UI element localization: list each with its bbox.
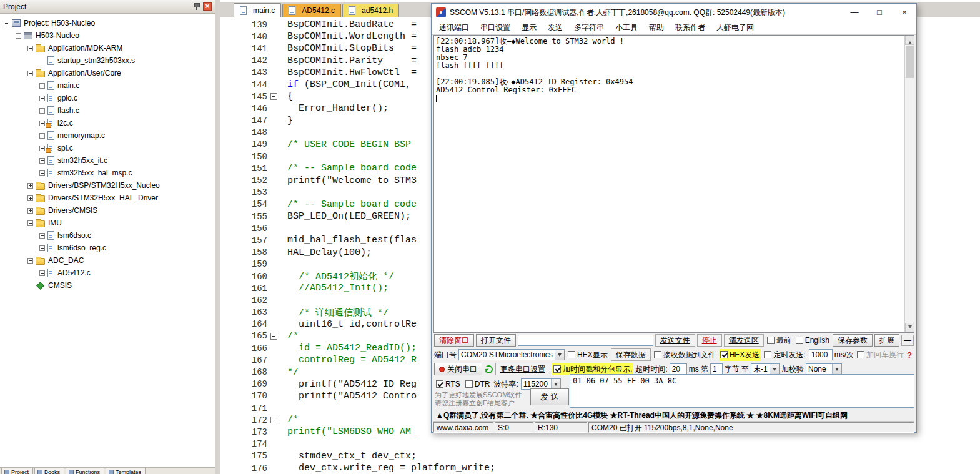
- fold-toggle-icon[interactable]: [270, 333, 277, 340]
- tree-item-spi-c[interactable]: spi.c: [0, 142, 215, 154]
- tree-expander-icon[interactable]: [27, 71, 33, 76]
- website-link[interactable]: www.daxia.com: [433, 422, 493, 433]
- code-line-text[interactable]: uint16_t id,controlRe: [280, 319, 417, 330]
- tree-item-stm32h5xx-it-c[interactable]: stm32h5xx_it.c: [0, 154, 215, 167]
- panel-tab-project[interactable]: Project: [1, 468, 33, 474]
- tree-item-flash-c[interactable]: flash.c: [0, 104, 215, 117]
- help-icon[interactable]: ?: [907, 350, 912, 360]
- terminal-output[interactable]: [22:00:18.967]收←◆Welcome to STM32 world …: [433, 35, 914, 333]
- stop-button[interactable]: 停止: [697, 334, 722, 347]
- menu-multi-string[interactable]: 多字符串: [568, 22, 610, 33]
- rts-checkbox[interactable]: RTS: [435, 379, 462, 389]
- timed-send-checkbox[interactable]: 定时发送:: [763, 349, 806, 361]
- code-line-text[interactable]: /* AD5412初始化 */: [280, 270, 394, 282]
- tree-expander-icon[interactable]: [39, 121, 45, 126]
- menu-help[interactable]: 帮助: [643, 22, 670, 33]
- panel-splitter[interactable]: [215, 0, 220, 474]
- tree-item-lsm6dso-c[interactable]: lsm6dso.c: [0, 229, 215, 242]
- scroll-thumb[interactable]: [906, 46, 914, 78]
- timestamp-split-checkbox[interactable]: 加时间戳和分包显示,: [552, 363, 633, 375]
- tree-item-i2c-c[interactable]: i2c.c: [0, 117, 215, 129]
- editor-tab-ad5412-h[interactable]: ad5412.h: [342, 4, 399, 17]
- tree-item-gpio-c[interactable]: gpio.c: [0, 92, 215, 104]
- scroll-up-icon[interactable]: [905, 36, 914, 45]
- timeout-input[interactable]: [670, 363, 687, 375]
- clear-send-button[interactable]: 清发送区: [724, 334, 764, 347]
- code-line-text[interactable]: /* -- Sample board code: [280, 199, 417, 210]
- clear-window-button[interactable]: 清除窗口: [434, 334, 474, 347]
- minimize-icon[interactable]: —: [844, 5, 865, 20]
- code-line-text[interactable]: printf("AD5412 ID Reg: [280, 379, 417, 390]
- tree-item-cmsis[interactable]: CMSIS: [0, 279, 215, 292]
- tree-item-adc-dac[interactable]: ADC_DAC: [0, 254, 215, 267]
- promo-banner[interactable]: ▲Q群满员了,没有第二个群. ★合宙高性价比4G模块 ★RT-Thread中国人…: [433, 408, 914, 421]
- collapse-panel-icon[interactable]: —: [901, 335, 914, 346]
- tree-item-memorymap-c[interactable]: memorymap.c: [0, 129, 215, 142]
- code-line-text[interactable]: controlReg = AD5412_R: [280, 355, 417, 365]
- close-icon[interactable]: ×: [894, 5, 915, 20]
- code-line-text[interactable]: BspCOMInit.WordLength =: [280, 31, 417, 42]
- tree-item-imu[interactable]: IMU: [0, 217, 215, 229]
- tree-expander-icon[interactable]: [39, 146, 45, 151]
- code-line-text[interactable]: HAL_Delay(100);: [280, 247, 372, 258]
- tree-expander-icon[interactable]: [39, 108, 45, 114]
- checksum-select[interactable]: None: [806, 363, 842, 375]
- save-data-button[interactable]: 保存数据: [611, 348, 651, 361]
- tree-item-main-c[interactable]: main.c: [0, 79, 215, 92]
- english-checkbox[interactable]: English: [794, 335, 831, 345]
- tree-expander-icon[interactable]: [16, 33, 21, 39]
- sscom-titlebar[interactable]: SSCOM V5.13.1 串口/网络数据调试器,作者:大虾丁丁,2618058…: [432, 4, 916, 21]
- fold-toggle-icon[interactable]: [270, 93, 277, 100]
- code-line-text[interactable]: }: [280, 116, 293, 126]
- tree-item-h503-nucleo[interactable]: H503-Nucleo: [0, 29, 215, 42]
- tree-expander-icon[interactable]: [39, 158, 45, 164]
- dtr-checkbox[interactable]: DTR: [464, 379, 492, 389]
- code-line-text[interactable]: {: [280, 91, 293, 102]
- tree-item-drivers-bsp-stm32h5xx-nucleo[interactable]: Drivers/BSP/STM32H5xx_Nucleo: [0, 179, 215, 192]
- panel-tab-functions[interactable]: Functions: [66, 468, 104, 474]
- tree-expander-icon[interactable]: [27, 46, 33, 51]
- editor-tab-ad5412-c[interactable]: AD5412.c: [282, 4, 341, 17]
- code-line-text[interactable]: BspCOMInit.StopBits =: [280, 43, 417, 54]
- code-line-text[interactable]: mid_hal_flash_test(flas: [280, 235, 417, 245]
- code-line-text[interactable]: printf("AD5412 Contro: [280, 391, 417, 402]
- scroll-down-icon[interactable]: [905, 323, 914, 332]
- byte-from-input[interactable]: [710, 363, 723, 375]
- more-port-settings-button[interactable]: 更多串口设置: [495, 363, 550, 375]
- tree-item-startup-stm32h503xx-s[interactable]: startup_stm32h503xx.s: [0, 54, 215, 67]
- code-line-text[interactable]: */: [280, 367, 299, 378]
- code-line-text[interactable]: /* USER CODE BEGIN BSP: [280, 139, 411, 150]
- tree-expander-icon[interactable]: [39, 233, 45, 239]
- tree-expander-icon[interactable]: [39, 96, 45, 101]
- extend-button[interactable]: 扩展: [874, 334, 899, 347]
- code-line-text[interactable]: /* -- Sample board code: [280, 163, 417, 174]
- tree-expander-icon[interactable]: [39, 245, 45, 251]
- code-line-text[interactable]: Error_Handler();: [280, 103, 389, 114]
- byte-to-select[interactable]: 末-1: [751, 363, 780, 375]
- maximize-icon[interactable]: □: [869, 5, 890, 20]
- code-line-text[interactable]: BSP_LED_On(LED_GREEN);: [280, 211, 411, 222]
- menu-send[interactable]: 发送: [542, 22, 568, 33]
- tree-expander-icon[interactable]: [27, 208, 33, 214]
- file-path-input[interactable]: [518, 335, 653, 346]
- send-button[interactable]: 发 送: [530, 388, 569, 405]
- tree-item-stm32h5xx-hal-msp-c[interactable]: stm32h5xx_hal_msp.c: [0, 167, 215, 179]
- menu-tools[interactable]: 小工具: [610, 22, 643, 33]
- menu-contact-author[interactable]: 联系作者: [670, 22, 711, 33]
- code-line-text[interactable]: /* 详细通信测试 */: [280, 307, 389, 318]
- code-line-text[interactable]: if (BSP_COM_Init(COM1,: [280, 79, 411, 90]
- port-select[interactable]: COM20 STMicroelectronics S: [458, 349, 565, 360]
- hex-send-checkbox[interactable]: HEX发送: [719, 349, 761, 361]
- topmost-checkbox[interactable]: 最前: [766, 335, 793, 347]
- fold-toggle-icon[interactable]: [270, 417, 277, 423]
- tree-item-drivers-stm32h5xx-hal-driver[interactable]: Drivers/STM32H5xx_HAL_Driver: [0, 192, 215, 204]
- code-line-text[interactable]: BspCOMInit.HwFlowCtl =: [280, 67, 417, 78]
- tree-expander-icon[interactable]: [27, 220, 33, 226]
- menu-serial-settings[interactable]: 串口设置: [475, 22, 516, 33]
- hex-display-checkbox[interactable]: HEX显示: [567, 349, 609, 361]
- code-line-text[interactable]: /*: [280, 415, 299, 425]
- open-file-button[interactable]: 打开文件: [476, 334, 516, 347]
- code-line-text[interactable]: /*: [280, 331, 299, 342]
- tree-expander-icon[interactable]: [39, 83, 45, 89]
- tree-item-lsm6dso-reg-c[interactable]: lsm6dso_reg.c: [0, 242, 215, 254]
